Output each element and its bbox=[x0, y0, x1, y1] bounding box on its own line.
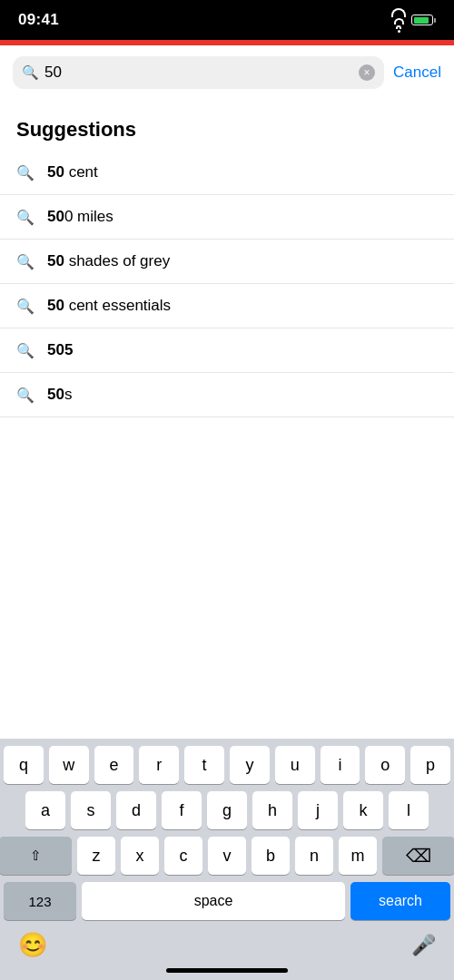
keyboard-row-2: a s d f g h j k l bbox=[4, 791, 450, 829]
key-a[interactable]: a bbox=[25, 791, 65, 829]
home-indicator bbox=[0, 968, 454, 980]
cancel-button[interactable]: Cancel bbox=[393, 64, 441, 82]
list-item[interactable]: 🔍 50 cent bbox=[0, 151, 454, 195]
key-z[interactable]: z bbox=[77, 837, 115, 875]
search-icon: 🔍 bbox=[16, 209, 35, 226]
search-icon: 🔍 bbox=[16, 387, 35, 404]
key-j[interactable]: j bbox=[298, 791, 338, 829]
shift-key[interactable]: ⇧ bbox=[0, 837, 72, 875]
suggestion-text: 50 cent bbox=[47, 163, 98, 181]
list-item[interactable]: 🔍 500 miles bbox=[0, 195, 454, 240]
search-icon: 🔍 bbox=[16, 342, 35, 359]
keyboard: q w e r t y u i o p a s d f g h j k l ⇧ … bbox=[0, 739, 454, 980]
key-r[interactable]: r bbox=[139, 746, 179, 784]
emoji-key[interactable]: 😊 bbox=[18, 931, 47, 959]
keyboard-rows: q w e r t y u i o p a s d f g h j k l ⇧ … bbox=[0, 739, 454, 924]
home-bar bbox=[166, 968, 288, 973]
key-y[interactable]: y bbox=[230, 746, 270, 784]
key-k[interactable]: k bbox=[343, 791, 383, 829]
suggestions-header: Suggestions bbox=[0, 100, 454, 151]
suggestion-text: 500 miles bbox=[47, 208, 114, 226]
keyboard-row-4: 123 space search bbox=[4, 882, 450, 920]
key-d[interactable]: d bbox=[116, 791, 156, 829]
mic-key[interactable]: 🎤 bbox=[411, 934, 436, 957]
key-w[interactable]: w bbox=[49, 746, 89, 784]
clear-button[interactable]: × bbox=[359, 64, 375, 81]
key-n[interactable]: n bbox=[295, 837, 333, 875]
numbers-key[interactable]: 123 bbox=[4, 882, 76, 920]
status-icons bbox=[391, 8, 436, 33]
key-f[interactable]: f bbox=[162, 791, 202, 829]
key-q[interactable]: q bbox=[4, 746, 44, 784]
search-button[interactable]: search bbox=[350, 882, 450, 920]
status-bar: 09:41 bbox=[0, 0, 454, 40]
key-l[interactable]: l bbox=[389, 791, 429, 829]
suggestion-text: 50s bbox=[47, 386, 72, 404]
search-icon: 🔍 bbox=[16, 253, 35, 270]
key-i[interactable]: i bbox=[321, 746, 360, 784]
key-p[interactable]: p bbox=[410, 746, 450, 784]
keyboard-row-1: q w e r t y u i o p bbox=[4, 746, 450, 784]
key-h[interactable]: h bbox=[252, 791, 292, 829]
keyboard-bottom: 😊 🎤 bbox=[0, 924, 454, 968]
key-m[interactable]: m bbox=[339, 837, 377, 875]
search-icon: 🔍 bbox=[16, 298, 35, 315]
key-u[interactable]: u bbox=[275, 746, 315, 784]
suggestions-section: Suggestions 🔍 50 cent 🔍 500 miles 🔍 50 s… bbox=[0, 100, 454, 417]
key-s[interactable]: s bbox=[71, 791, 111, 829]
search-input[interactable] bbox=[44, 64, 353, 82]
keyboard-row-3: ⇧ z x c v b n m ⌫ bbox=[4, 837, 450, 875]
search-icon: 🔍 bbox=[16, 164, 35, 181]
key-o[interactable]: o bbox=[365, 746, 405, 784]
backspace-key[interactable]: ⌫ bbox=[382, 837, 454, 875]
suggestion-text: 505 bbox=[47, 341, 73, 359]
suggestion-text: 50 cent essentials bbox=[47, 297, 171, 315]
list-item[interactable]: 🔍 505 bbox=[0, 328, 454, 373]
key-x[interactable]: x bbox=[121, 837, 159, 875]
list-item[interactable]: 🔍 50 cent essentials bbox=[0, 284, 454, 328]
suggestion-text: 50 shades of grey bbox=[47, 252, 170, 270]
key-t[interactable]: t bbox=[184, 746, 224, 784]
key-b[interactable]: b bbox=[252, 837, 290, 875]
status-time: 09:41 bbox=[18, 11, 59, 29]
suggestion-list: 🔍 50 cent 🔍 500 miles 🔍 50 shades of gre… bbox=[0, 151, 454, 417]
battery-icon bbox=[411, 15, 436, 25]
key-c[interactable]: c bbox=[164, 837, 202, 875]
list-item[interactable]: 🔍 50s bbox=[0, 373, 454, 417]
key-e[interactable]: e bbox=[94, 746, 134, 784]
list-item[interactable]: 🔍 50 shades of grey bbox=[0, 240, 454, 284]
wifi-icon bbox=[391, 8, 406, 33]
space-key[interactable]: space bbox=[82, 882, 345, 920]
search-icon: 🔍 bbox=[22, 64, 39, 81]
key-v[interactable]: v bbox=[208, 837, 246, 875]
key-g[interactable]: g bbox=[207, 791, 247, 829]
search-input-wrapper: 🔍 × bbox=[13, 56, 384, 89]
search-bar-container: 🔍 × Cancel bbox=[0, 45, 454, 100]
